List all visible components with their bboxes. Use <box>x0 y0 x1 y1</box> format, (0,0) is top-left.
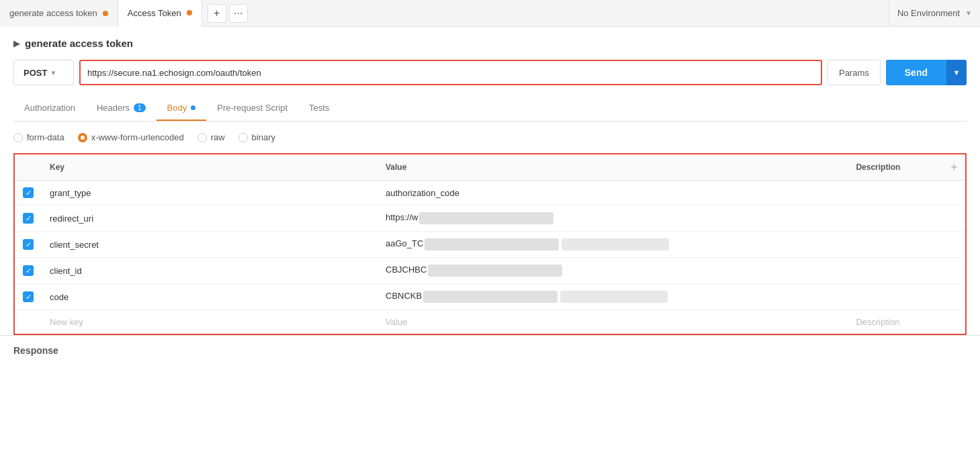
tab-prerequest-label: Pre-request Script <box>217 103 287 113</box>
headers-badge: 1 <box>134 103 146 112</box>
table-row: ✓ redirect_uri https://w <box>14 205 966 232</box>
row-checkbox-cell: ✓ <box>14 232 42 258</box>
radio-urlencoded[interactable] <box>78 133 87 142</box>
response-section: Response <box>0 335 980 365</box>
new-key-row: New key Value Description <box>14 310 966 335</box>
environment-label: No Environment <box>897 8 960 18</box>
new-desc-cell[interactable]: Description <box>848 310 942 335</box>
main-content: ▶ generate access token POST ▼ Params Se… <box>0 27 980 335</box>
tab-dot <box>187 10 192 15</box>
add-tab-button[interactable]: + <box>208 4 226 23</box>
tab-access-token[interactable]: Access Token <box>118 0 202 27</box>
tab-actions: + ··· <box>202 4 253 23</box>
table-row: ✓ code CBNCKB <box>14 284 966 310</box>
url-input[interactable] <box>87 68 814 78</box>
row-desc-cell[interactable] <box>848 232 942 258</box>
row-action-cell <box>943 258 966 284</box>
row-checkbox-cell: ✓ <box>14 284 42 310</box>
key-value: code <box>50 292 69 302</box>
tab-body-label: Body <box>167 103 187 113</box>
col-add-header: + <box>943 154 966 181</box>
radio-form-data[interactable] <box>13 133 23 142</box>
tab-generate-access-token[interactable]: generate access token <box>0 0 118 27</box>
new-row-checkbox-cell <box>14 310 42 335</box>
row-action-cell <box>943 181 966 205</box>
body-type-urlencoded[interactable]: x-www-form-urlencoded <box>78 132 184 142</box>
radio-raw[interactable] <box>197 133 207 142</box>
value-blur-2 <box>562 238 669 250</box>
params-button[interactable]: Params <box>828 60 881 85</box>
send-dropdown-button[interactable]: ▼ <box>946 60 967 85</box>
new-row-action-cell <box>943 310 966 335</box>
table-row: ✓ client_secret aaGo_TC <box>14 232 966 258</box>
raw-label: raw <box>211 132 225 142</box>
value-blur <box>428 265 562 277</box>
value-blur <box>423 291 558 303</box>
row-checkbox[interactable]: ✓ <box>23 213 34 224</box>
body-type-binary[interactable]: binary <box>238 132 275 142</box>
row-key-cell[interactable]: code <box>42 284 377 310</box>
request-tabs-nav: Authorization Headers 1 Body Pre-request… <box>13 96 967 122</box>
col-value-header: Value <box>377 154 848 181</box>
row-desc-cell[interactable] <box>848 181 942 205</box>
radio-binary[interactable] <box>238 133 248 142</box>
key-value: client_id <box>50 266 82 276</box>
row-desc-cell[interactable] <box>848 258 942 284</box>
body-type-form-data[interactable]: form-data <box>13 132 64 142</box>
row-value-cell[interactable]: https://w <box>377 205 848 232</box>
method-label: POST <box>24 68 47 78</box>
row-checkbox-cell: ✓ <box>14 181 42 205</box>
row-key-cell[interactable]: grant_type <box>42 181 377 205</box>
value-text: https://w <box>386 212 418 222</box>
row-action-cell <box>943 205 966 232</box>
url-bar: POST ▼ Params Send ▼ <box>13 60 967 85</box>
row-desc-cell[interactable] <box>848 284 942 310</box>
tab-body[interactable]: Body <box>157 96 207 121</box>
row-value-cell[interactable]: aaGo_TC <box>377 232 848 258</box>
new-key-cell[interactable]: New key <box>42 310 377 335</box>
tab-label: Access Token <box>128 8 181 18</box>
tab-headers[interactable]: Headers 1 <box>86 96 157 121</box>
row-key-cell[interactable]: client_id <box>42 258 377 284</box>
environment-selector[interactable]: No Environment ▼ <box>889 0 980 27</box>
send-button[interactable]: Send <box>886 60 946 85</box>
key-value: redirect_uri <box>50 214 93 224</box>
row-key-cell[interactable]: client_secret <box>42 232 377 258</box>
tab-authorization[interactable]: Authorization <box>13 96 86 121</box>
col-checkbox <box>14 154 42 181</box>
row-value-cell[interactable]: CBNCKB <box>377 284 848 310</box>
method-chevron-icon: ▼ <box>50 69 56 77</box>
collapse-arrow-icon[interactable]: ▶ <box>13 39 19 48</box>
new-key-placeholder: New key <box>50 317 83 327</box>
row-action-cell <box>943 284 966 310</box>
row-value-cell[interactable]: authorization_code <box>377 181 848 205</box>
send-button-group: Send ▼ <box>886 60 967 85</box>
tab-tests-label: Tests <box>309 103 329 113</box>
value-text: aaGo_TC <box>386 238 423 248</box>
more-tabs-button[interactable]: ··· <box>229 4 248 23</box>
row-desc-cell[interactable] <box>848 205 942 232</box>
binary-label: binary <box>252 132 275 142</box>
row-checkbox[interactable]: ✓ <box>23 265 34 276</box>
chevron-down-icon: ▼ <box>965 9 972 17</box>
response-title: Response <box>13 345 58 356</box>
row-checkbox[interactable]: ✓ <box>23 187 34 198</box>
body-type-selector: form-data x-www-form-urlencoded raw bina… <box>13 132 967 142</box>
col-description-header: Description <box>848 154 942 181</box>
tab-tests[interactable]: Tests <box>298 96 340 121</box>
value-text: CBNCKB <box>386 291 422 301</box>
tab-authorization-label: Authorization <box>24 103 75 113</box>
new-value-cell[interactable]: Value <box>377 310 848 335</box>
body-type-raw[interactable]: raw <box>197 132 225 142</box>
method-selector[interactable]: POST ▼ <box>13 60 74 85</box>
row-key-cell[interactable]: redirect_uri <box>42 205 377 232</box>
tab-headers-label: Headers <box>97 103 130 113</box>
add-column-icon[interactable]: + <box>951 161 957 173</box>
form-data-label: form-data <box>27 132 64 142</box>
row-checkbox[interactable]: ✓ <box>23 239 34 250</box>
row-action-cell <box>943 232 966 258</box>
row-checkbox-cell: ✓ <box>14 205 42 232</box>
tab-prerequest[interactable]: Pre-request Script <box>206 96 298 121</box>
row-value-cell[interactable]: CBJCHBC <box>377 258 848 284</box>
row-checkbox[interactable]: ✓ <box>23 291 34 302</box>
